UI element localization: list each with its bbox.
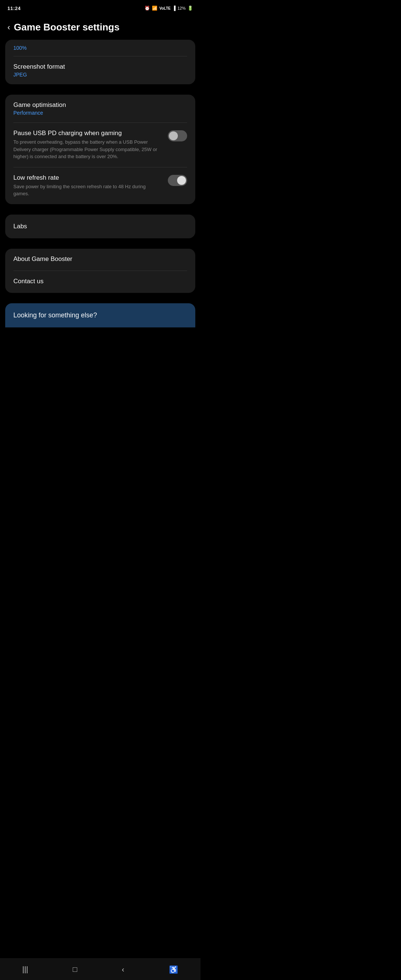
- contact-label: Contact us: [13, 278, 187, 285]
- low-refresh-item: Low refresh rate Save power by limiting …: [5, 167, 195, 204]
- pause-usb-item: Pause USB PD charging when gaming To pre…: [5, 123, 195, 167]
- pause-usb-title: Pause USB PD charging when gaming: [13, 130, 162, 137]
- game-optimisation-label: Game optimisation: [13, 101, 187, 109]
- status-bar: 11:24 ⏰ 📶 VoLTE ▐ 12% 🔋: [0, 0, 200, 15]
- page-title: Game Booster settings: [14, 22, 119, 33]
- pause-usb-knob: [169, 131, 178, 140]
- percent-value: 100%: [5, 40, 195, 56]
- labs-label: Labs: [5, 215, 195, 238]
- about-item[interactable]: About Game Booster: [5, 249, 195, 270]
- looking-for-something-banner[interactable]: Looking for something else?: [5, 303, 195, 328]
- about-card: About Game Booster Contact us: [5, 249, 195, 293]
- screenshot-format-value: JPEG: [13, 72, 187, 78]
- back-button[interactable]: ‹: [8, 23, 10, 32]
- volte-icon: VoLTE: [159, 6, 170, 10]
- low-refresh-text: Low refresh rate Save power by limiting …: [13, 174, 162, 197]
- screenshot-card: 100% Screenshot format JPEG: [5, 40, 195, 84]
- battery-text: 12%: [177, 6, 186, 10]
- wifi-icon: 📶: [152, 6, 158, 11]
- optimisation-card: Game optimisation Performance Pause USB …: [5, 95, 195, 204]
- about-label: About Game Booster: [13, 255, 187, 263]
- low-refresh-knob: [177, 176, 186, 185]
- screenshot-format-item[interactable]: Screenshot format JPEG: [5, 56, 195, 84]
- page-header: ‹ Game Booster settings: [0, 15, 200, 40]
- screenshot-format-label: Screenshot format: [13, 63, 187, 70]
- pause-usb-toggle[interactable]: [168, 130, 187, 142]
- low-refresh-toggle[interactable]: [168, 175, 187, 186]
- game-optimisation-item[interactable]: Game optimisation Performance: [5, 95, 195, 123]
- signal-icon: ▐: [172, 6, 176, 11]
- labs-card[interactable]: Labs: [5, 215, 195, 238]
- battery-icon: 🔋: [188, 6, 193, 11]
- low-refresh-desc: Save power by limiting the screen refres…: [13, 183, 162, 197]
- pause-usb-desc: To prevent overheating, bypass the batte…: [13, 138, 162, 161]
- status-time: 11:24: [8, 6, 21, 11]
- low-refresh-title: Low refresh rate: [13, 174, 162, 181]
- banner-title: Looking for something else?: [13, 312, 97, 319]
- game-optimisation-value: Performance: [13, 110, 187, 116]
- pause-usb-text: Pause USB PD charging when gaming To pre…: [13, 130, 162, 161]
- alarm-icon: ⏰: [145, 6, 150, 11]
- contact-item[interactable]: Contact us: [5, 271, 195, 293]
- status-icons: ⏰ 📶 VoLTE ▐ 12% 🔋: [145, 6, 193, 11]
